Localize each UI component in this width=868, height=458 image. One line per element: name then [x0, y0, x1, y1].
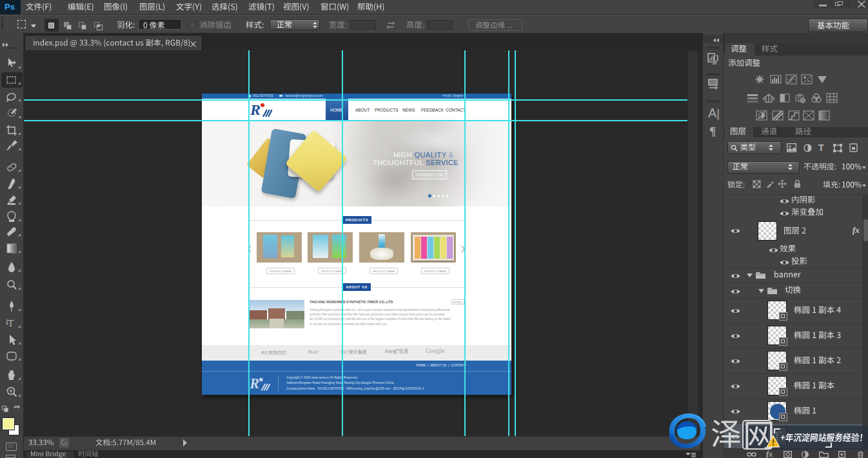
svg-text:R: R	[250, 101, 261, 118]
svg-text:T: T	[8, 318, 14, 328]
svg-text:R: R	[250, 376, 259, 392]
